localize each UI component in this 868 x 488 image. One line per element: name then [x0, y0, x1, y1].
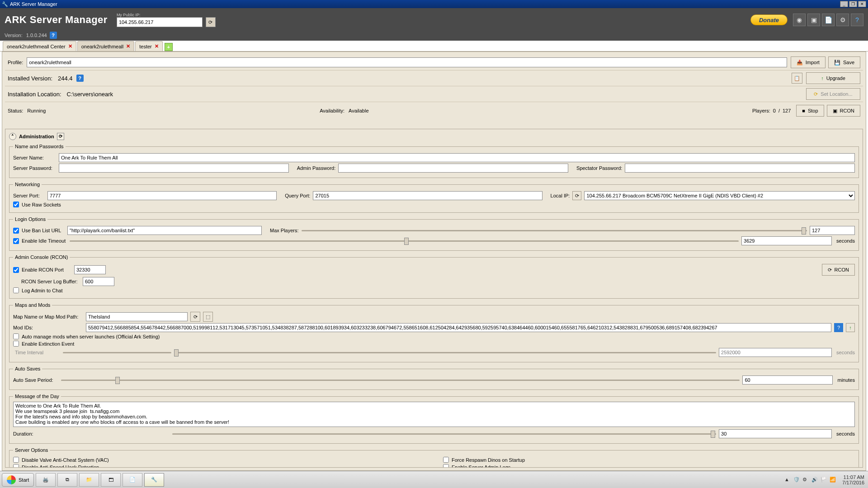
motd-duration-slider[interactable]: [172, 430, 716, 438]
mod-ids-input[interactable]: [86, 323, 831, 332]
minimize-button[interactable]: _: [840, 1, 848, 7]
refresh-ip-button[interactable]: ⟳: [206, 17, 216, 27]
taskbar-explorer[interactable]: 📁: [79, 473, 99, 487]
motd-slider-pad: [61, 430, 170, 438]
rcon-console-button[interactable]: ⟳ RCON: [822, 264, 855, 276]
save-button[interactable]: 💾 Save: [828, 56, 860, 68]
reset-section-icon[interactable]: ⟳: [57, 133, 64, 140]
tab-close-icon[interactable]: ✕: [155, 43, 159, 49]
networking-group: Networking Server Port: Query Port: Loca…: [9, 182, 859, 213]
map-refresh-button[interactable]: ⟳: [190, 312, 200, 322]
ban-list-url-input[interactable]: [67, 226, 262, 235]
upgrade-button[interactable]: ↑ Upgrade: [806, 72, 860, 84]
tray-icon[interactable]: ▲: [784, 477, 791, 483]
settings-scroll-area[interactable]: ˄ Administration ⟳ Name and Passwords Se…: [5, 129, 863, 468]
motd-textarea[interactable]: Welcome to One Ark To Rule Them All. We …: [13, 402, 855, 427]
tray-icon[interactable]: 🏳️: [821, 477, 827, 483]
document-icon[interactable]: 📄: [822, 14, 835, 26]
taskbar-ark-manager[interactable]: 🔧: [144, 473, 164, 487]
stop-button[interactable]: ■ Stop: [796, 105, 824, 117]
tab-label: tester: [139, 44, 152, 49]
server-password-input[interactable]: [59, 164, 289, 173]
version-help-icon[interactable]: ?: [50, 32, 57, 39]
taskbar-app-1[interactable]: 🖨️: [36, 473, 56, 487]
motd-duration-input[interactable]: [719, 429, 832, 438]
chevron-up-icon[interactable]: ˄: [9, 133, 16, 140]
tab-profile-1[interactable]: oneark2rulethmeall ✕: [77, 41, 135, 51]
tray-icon[interactable]: ⚙: [802, 477, 809, 483]
patch-notes-icon[interactable]: 📋: [792, 73, 802, 84]
log-admin-chat-checkbox[interactable]: [13, 287, 19, 293]
idle-timeout-input[interactable]: [741, 236, 832, 245]
tray-clock[interactable]: 11:07 AM 7/17/2016: [842, 474, 864, 485]
autosave-period-input[interactable]: [742, 375, 833, 385]
map-browse-button[interactable]: ⬚: [203, 312, 213, 322]
query-port-input[interactable]: [313, 191, 542, 200]
profile-name-input[interactable]: [27, 57, 787, 67]
settings-icon[interactable]: ⚙: [836, 14, 849, 26]
map-name-input[interactable]: [86, 312, 188, 321]
local-ip-select[interactable]: 104.255.66.217 Broadcom BCM5709C NetXtre…: [584, 191, 855, 200]
max-players-label: Max Players:: [270, 228, 299, 233]
help-icon[interactable]: ?: [851, 14, 863, 26]
steam-icon[interactable]: ◉: [793, 14, 806, 26]
set-location-button[interactable]: ⟳ Set Location...: [806, 88, 860, 100]
enable-rcon-checkbox[interactable]: [13, 267, 19, 273]
force-respawn-checkbox[interactable]: [443, 457, 449, 463]
server-port-input[interactable]: [47, 191, 277, 200]
mod-help-icon[interactable]: ?: [834, 323, 843, 332]
save-icon: 💾: [834, 60, 840, 66]
use-ban-list-checkbox[interactable]: [13, 228, 19, 234]
idle-timeout-checkbox[interactable]: [13, 238, 19, 244]
rcon-port-input[interactable]: [74, 265, 106, 274]
administration-header[interactable]: ˄ Administration ⟳: [9, 131, 859, 142]
tab-profile-0[interactable]: oneark2rulethmeall Center ✕: [3, 41, 76, 51]
windows-orb-icon: [7, 475, 16, 484]
install-location-row: Installation Location: C:\servers\oneark…: [5, 86, 863, 102]
close-window-button[interactable]: ✕: [858, 1, 866, 7]
mod-ids-label: Mod IDs:: [13, 325, 83, 330]
tab-close-icon[interactable]: ✕: [126, 43, 130, 49]
start-button[interactable]: Start: [2, 473, 34, 487]
add-tab-button[interactable]: +: [165, 43, 173, 51]
time-interval-slider-2: [174, 348, 716, 357]
installed-help-icon[interactable]: ?: [76, 75, 84, 82]
server-name-input[interactable]: [59, 153, 855, 162]
taskbar-server-manager[interactable]: 🗔: [101, 473, 121, 487]
max-players-slider[interactable]: [302, 226, 807, 235]
tab-profile-2[interactable]: tester ✕: [135, 41, 163, 51]
tray-icon[interactable]: 🔊: [811, 477, 818, 483]
time-interval-unit: seconds: [836, 350, 855, 355]
mod-upload-button[interactable]: ↑: [846, 323, 855, 332]
import-button[interactable]: 📥 Import: [791, 56, 826, 68]
autosave-slider[interactable]: [61, 376, 740, 384]
maximize-button[interactable]: ❐: [849, 1, 857, 7]
motd-group: Message of the Day Welcome to One Ark To…: [9, 394, 859, 444]
window-titlebar: 🔧 ARK Server Manager _ ❐ ✕: [0, 0, 868, 8]
disable-vac-checkbox[interactable]: [13, 457, 19, 463]
tray-network-icon[interactable]: 📶: [830, 477, 836, 483]
admin-logs-checkbox[interactable]: [443, 464, 449, 468]
public-ip-input[interactable]: [117, 17, 203, 27]
spectator-password-input[interactable]: [625, 164, 855, 173]
taskbar-notepad[interactable]: 📄: [123, 473, 142, 487]
idle-timeout-slider[interactable]: [70, 237, 739, 245]
rcon-button[interactable]: ▣ RCON: [827, 105, 860, 117]
auto-manage-mods-checkbox[interactable]: [13, 333, 19, 339]
donate-button[interactable]: Donate: [750, 14, 788, 25]
raw-sockets-checkbox[interactable]: [13, 202, 19, 207]
console-icon[interactable]: ▣: [807, 14, 820, 26]
taskbar-powershell[interactable]: ⧉: [57, 473, 77, 487]
disable-antispeed-checkbox[interactable]: [13, 464, 19, 468]
refresh-local-ip-button[interactable]: ⟳: [572, 191, 581, 200]
tray-icon[interactable]: 🛡️: [793, 477, 800, 483]
rcon-log-buffer-input[interactable]: [83, 277, 114, 286]
idle-timeout-unit: seconds: [836, 238, 855, 244]
extinction-checkbox[interactable]: [13, 341, 19, 347]
login-options-group: Login Options Use Ban List URL Max Playe…: [9, 216, 859, 251]
log-admin-chat-label: Log Admin to Chat: [22, 288, 63, 293]
tab-close-icon[interactable]: ✕: [68, 43, 72, 49]
rcon-icon: ▣: [833, 108, 837, 114]
admin-password-input[interactable]: [338, 164, 568, 173]
max-players-input[interactable]: [810, 226, 855, 235]
